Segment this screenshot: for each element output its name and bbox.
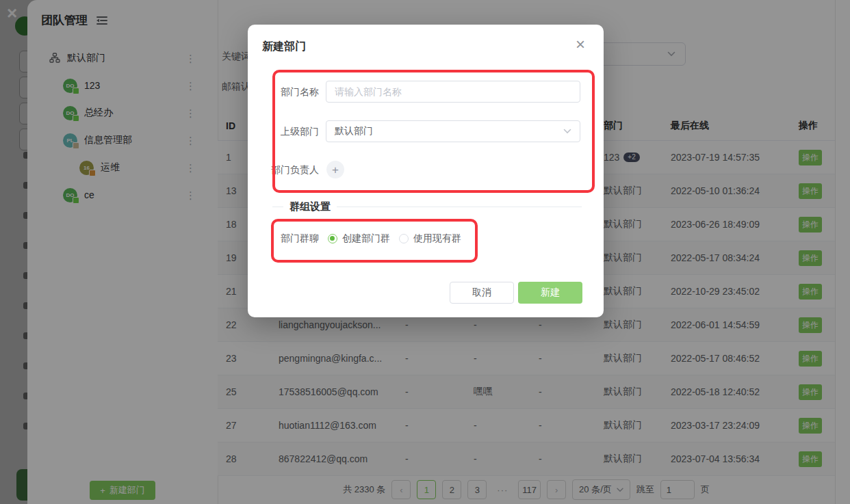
- department-leader-label: 部门负责人: [248, 159, 319, 181]
- radio-icon: [328, 234, 337, 243]
- chevron-down-icon: [563, 129, 571, 134]
- screen: × 团队管理: [0, 0, 850, 504]
- section-title: 群组设置: [289, 200, 331, 213]
- group-chat-row: 部门群聊 创建部门群 使用现有群: [248, 232, 604, 246]
- cancel-button[interactable]: 取消: [450, 282, 514, 304]
- new-department-modal: 新建部门 × 部门名称 上级部门 默认部门 部门负责人 + 群组设置 部门群聊 …: [248, 25, 604, 317]
- radio-create-group[interactable]: 创建部门群: [328, 233, 390, 245]
- parent-department-label: 上级部门: [248, 120, 319, 142]
- department-name-input[interactable]: [326, 81, 580, 103]
- add-leader-button[interactable]: +: [326, 161, 344, 178]
- parent-department-select[interactable]: 默认部门: [326, 120, 580, 142]
- close-icon[interactable]: ×: [576, 36, 585, 53]
- modal-title: 新建部门: [262, 40, 306, 54]
- department-name-label: 部门名称: [248, 81, 319, 103]
- group-settings-section: 群组设置: [272, 200, 582, 213]
- radio-icon: [399, 234, 409, 243]
- create-button[interactable]: 新建: [518, 282, 582, 304]
- radio-use-existing-group[interactable]: 使用现有群: [399, 233, 461, 245]
- group-chat-label: 部门群聊: [248, 233, 319, 245]
